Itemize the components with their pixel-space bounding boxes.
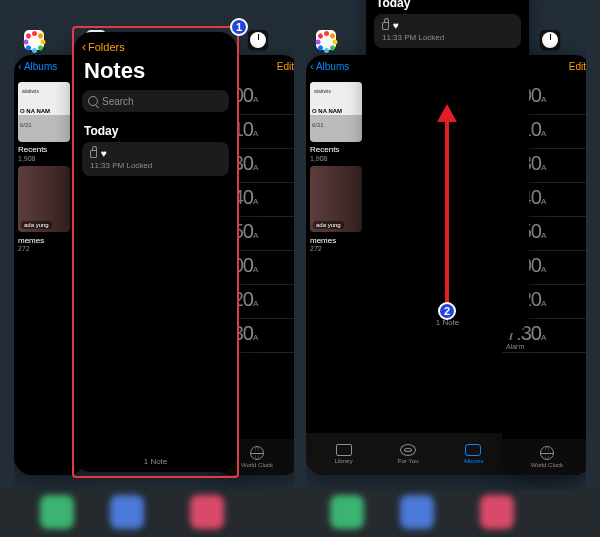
for-you-icon [400,444,416,456]
screenshot-right: ‹ Albums alattwts O NA NAM 6/21 Recents … [306,0,586,490]
note-item[interactable]: ♥ 11:33 PM Locked [82,142,229,176]
world-clock-tab[interactable]: World Clock [241,446,273,468]
photos-caption-recents: Recents 1,908 [310,146,362,162]
photos-thumb-recents[interactable]: alattwts O NA NAM 6/21 [18,82,70,142]
swipe-arrow [445,120,449,310]
photos-caption-memes: memes 272 [310,236,362,252]
photos-caption-recents: Recents 1,908 [18,146,82,162]
albums-icon [465,444,481,456]
library-icon [336,444,352,456]
photos-icon [316,30,336,50]
search-icon [88,96,98,106]
photos-thumb-memes[interactable]: ada yung [18,166,70,232]
notes-app-card[interactable]: ‹Folders Notes Search Today ♥ 11:33 PM L… [74,32,237,472]
globe-icon [540,446,554,460]
note-title: ♥ [101,148,107,159]
globe-icon [250,446,264,460]
photos-thumb-memes[interactable]: ada yung [310,166,362,232]
world-clock-tab[interactable]: World Clock [531,446,563,468]
app-chip-clock[interactable] [248,30,268,50]
notes-search-placeholder: Search [102,96,134,107]
tab-library[interactable]: Library [334,444,352,464]
lock-icon [90,150,97,158]
clock-tabbar: World Clock [502,439,586,475]
note-subtitle: 11:33 PM Locked [90,161,221,170]
annotation-badge-1: 1 [230,18,248,36]
swipe-arrow-head [437,104,457,122]
notes-back-button[interactable]: ‹Folders [74,32,237,54]
note-title: ♥ [393,20,399,31]
clock-icon [540,30,560,50]
tab-albums[interactable]: Albums [463,444,483,464]
clock-icon [248,30,268,50]
notes-title: Notes [74,54,237,90]
notes-group-today: Today [366,0,529,14]
alarm-label: Alarm [506,343,586,350]
photos-caption-memes: memes 272 [18,236,82,252]
app-chip-clock[interactable] [540,30,560,50]
annotation-badge-2: 2 [438,302,456,320]
app-chip-photos[interactable] [24,30,44,50]
notes-search-field[interactable]: Search [82,90,229,112]
photos-thumb-recents[interactable]: alattwts O NA NAM 6/21 [310,82,362,142]
notes-group-today: Today [74,112,237,142]
photos-icon [24,30,44,50]
lock-icon [382,22,389,30]
screenshot-left: Notes ‹ Albums alattwts O NA NAM 6/21 Re… [14,0,294,490]
note-subtitle: 11:33 PM Locked [382,33,513,42]
dock-blur [0,490,600,537]
notes-footer-count: 1 Note [74,457,237,466]
tab-for-you[interactable]: For You [398,444,419,464]
note-item[interactable]: ♥ 11:33 PM Locked [374,14,521,48]
app-chip-photos[interactable] [316,30,336,50]
chevron-left-icon: ‹ [82,40,86,54]
